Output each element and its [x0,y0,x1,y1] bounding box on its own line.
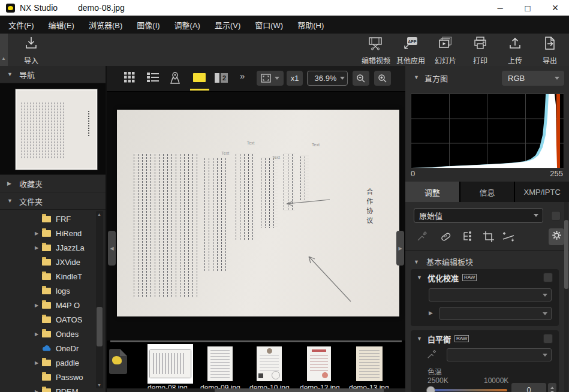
expand-icon[interactable]: ▶ [35,389,42,392]
crop-icon[interactable] [482,230,495,243]
temperature-value-input[interactable]: 0 [511,383,546,392]
menu-adjust[interactable]: 调整(A) [174,19,200,31]
menu-view[interactable]: 显示(V) [215,19,240,31]
folder-item[interactable]: ▶JJazzLa [0,240,96,255]
scrollbar-thumb[interactable] [215,388,384,392]
filmstrip-item[interactable]: demo-13.jpg [354,346,383,381]
scroll-up-icon[interactable]: ▲ [97,212,101,216]
folder-item[interactable]: Passwo [0,370,96,384]
fit-screen-button[interactable] [257,71,284,86]
menu-image[interactable]: 图像(I) [137,19,159,31]
image-canvas[interactable]: 合作协议 Text Text Text Text ◀ ▶ [107,92,405,340]
expand-icon[interactable]: ▶ [35,303,42,308]
scrollbar-thumb[interactable] [564,220,568,289]
folder-item[interactable]: JXVide [0,255,96,269]
list-view-icon[interactable] [146,71,159,83]
minimize-button[interactable]: ─ [486,0,514,16]
settings-button[interactable] [549,228,564,245]
temperature-spinner[interactable] [548,383,556,392]
print-button[interactable]: 打印 [465,36,496,65]
white-balance-select[interactable] [447,348,552,361]
zoom-1x-button[interactable]: x1 [287,71,303,86]
scrollbar-thumb[interactable] [97,307,103,346]
white-balance-checkbox[interactable] [543,334,553,343]
picture-control-box: ▼ 优化校准 RAW ▶ [411,269,559,326]
expand-icon[interactable]: ▶ [429,310,433,316]
wb-eyedropper-icon[interactable] [426,349,437,360]
tab-xmp-iptc[interactable]: XMP/IPTC [515,182,569,202]
image-view-icon-active[interactable] [193,73,206,82]
tab-adjustments[interactable]: 调整 [405,182,459,202]
zoom-level-select[interactable]: 36.9% [307,71,348,86]
edit-video-button[interactable]: 编辑视频 [360,36,392,65]
folders-section-header[interactable]: ▼ 文件夹 [0,192,106,210]
folder-item[interactable]: KindleT [0,269,96,284]
folder-item-onedrive[interactable]: OneDr [0,341,96,355]
temperature-slider-handle[interactable] [426,386,435,392]
picture-control-sub-select[interactable] [439,307,552,320]
tab-info[interactable]: 信息 [460,182,514,202]
navigation-preview[interactable] [0,83,106,175]
folder-item[interactable]: ▶PDEM [0,384,96,392]
filmstrip-item[interactable]: demo-09.jpg [205,346,233,381]
folder-tree-scrollbar[interactable]: ▲ ▼ [96,211,103,388]
preset-select[interactable]: 原始值 [414,208,543,223]
menu-browser[interactable]: 浏览器(B) [89,19,122,31]
menu-edit[interactable]: 编辑(E) [49,19,74,31]
filmstrip-divider[interactable] [110,340,402,342]
histogram-channel-select[interactable]: RGB [502,71,564,86]
expand-icon[interactable]: ▶ [35,331,42,337]
filmstrip-item-selected[interactable]: demo-08.jpg [147,344,193,384]
import-button[interactable]: 导入 [16,36,47,65]
scroll-down-icon[interactable]: ▼ [97,383,101,387]
folder-item[interactable]: ▶M4P O [0,298,96,312]
picture-control-select[interactable] [429,288,552,301]
picture-control-checkbox[interactable] [543,273,553,282]
folder-item[interactable]: FRF [0,212,96,226]
folder-item[interactable]: ▶paddle [0,355,96,370]
compare-view-icon[interactable]: 2 [215,73,228,83]
favorites-section-header[interactable]: ▶ 收藏夹 [0,175,106,192]
histogram-header[interactable]: ▼ 直方图 RGB [405,66,569,90]
collapse-left-panel-handle[interactable]: ◀ [108,231,116,266]
folder-item[interactable]: ▶HiRend [0,226,96,240]
close-button[interactable]: × [541,0,569,16]
menu-file[interactable]: 文件(F) [8,19,34,31]
expand-icon[interactable]: ▶ [35,245,42,251]
versions-icon[interactable] [462,230,475,243]
straighten-icon[interactable] [501,230,516,243]
maximize-button[interactable]: □ [514,0,541,16]
map-view-icon[interactable] [168,71,182,85]
zoom-in-button[interactable] [374,71,391,86]
other-apps-button[interactable]: APP 其他应用 [395,36,426,65]
grid-view-icon[interactable] [124,71,136,83]
panel-scrollbar[interactable] [564,202,568,392]
filmstrip-item[interactable]: demo-10.jpg [254,346,282,381]
navigation-section-header[interactable]: ▼ 导航 [0,66,106,83]
chevron-down-icon [534,214,538,217]
temperature-slider[interactable] [429,389,507,391]
toolbar-collapse-strip[interactable]: ▲ [0,34,8,66]
picture-control-header[interactable]: ▼ 优化校准 RAW [411,269,559,286]
menu-window[interactable]: 窗口(W) [255,19,283,31]
expand-icon[interactable]: ▶ [35,360,42,366]
zoom-out-button[interactable] [353,71,369,86]
more-tools-icon[interactable]: » [240,71,245,81]
basic-edit-section-header[interactable]: ▼ 基本编辑板块 [414,256,473,267]
export-button[interactable]: 导出 [534,36,565,65]
collapse-right-panel-handle[interactable]: ▶ [396,231,404,266]
filmstrip-item[interactable]: demo-12.jpg [305,346,331,381]
folder-item[interactable]: logs [0,284,96,298]
expand-icon[interactable]: ▶ [35,231,42,236]
filmstrip-scrollbar[interactable] [107,388,405,392]
toolbar-right-group: 编辑视频 APP 其他应用 幻灯片 [360,36,565,65]
eyedropper-icon[interactable] [416,230,428,242]
retouch-brush-icon[interactable] [439,230,452,243]
preset-checkbox[interactable] [551,211,561,221]
upload-button[interactable]: 上传 [499,36,531,65]
menu-help[interactable]: 帮助(H) [297,19,324,31]
white-balance-header[interactable]: ▼ 白平衡 RAW [411,330,559,347]
slideshow-button[interactable]: 幻灯片 [430,36,461,65]
folder-item[interactable]: ▶Ondes [0,327,96,341]
folder-item[interactable]: OATOS [0,312,96,327]
